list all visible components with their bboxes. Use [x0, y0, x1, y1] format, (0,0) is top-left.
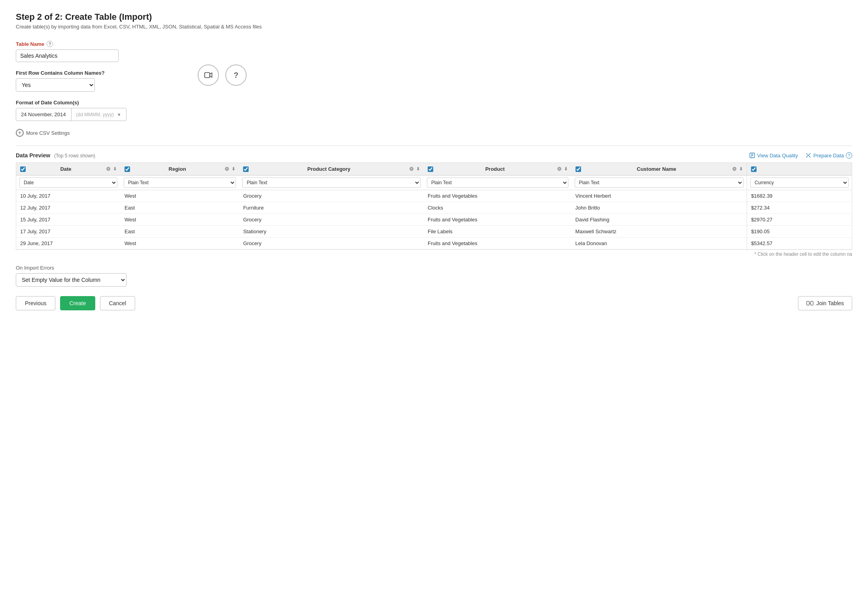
- table-row: 17 July, 2017EastStationeryFile LabelsMa…: [16, 226, 852, 238]
- video-button[interactable]: [198, 64, 219, 86]
- table-cell: $2970.27: [747, 214, 852, 226]
- col-checkbox-customer-name[interactable]: [576, 166, 581, 172]
- col-gear-product[interactable]: ⚙: [557, 166, 562, 172]
- help-icon: ?: [234, 71, 238, 80]
- data-preview-table-wrapper: Date ⚙ ⬇ Region ⚙ ⬇: [16, 162, 852, 250]
- col-sort-date[interactable]: ⬇: [113, 166, 117, 172]
- svg-rect-0: [205, 73, 210, 78]
- type-select-customer-name[interactable]: Plain Text Date Currency: [575, 178, 744, 188]
- bottom-actions: Previous Create Cancel Join Tables: [16, 296, 852, 310]
- table-footer-note: * Click on the header cell to edit the c…: [16, 251, 852, 257]
- table-row: 15 July, 2017WestGroceryFruits and Veget…: [16, 214, 852, 226]
- page-title: Step 2 of 2: Create Table (Import): [16, 12, 852, 22]
- table-cell: Vincent Herbert: [572, 190, 747, 202]
- preview-body: 10 July, 2017WestGroceryFruits and Veget…: [16, 190, 852, 249]
- join-tables-button[interactable]: Join Tables: [798, 296, 852, 310]
- table-cell: 12 July, 2017: [16, 202, 121, 214]
- data-preview-title: Data Preview: [16, 152, 50, 159]
- col-header-product[interactable]: Product ⚙ ⬇: [424, 163, 572, 176]
- col-header-date[interactable]: Date ⚙ ⬇: [16, 163, 121, 176]
- view-data-quality-link[interactable]: View Data Quality: [749, 152, 798, 159]
- video-icon: [204, 71, 213, 79]
- more-settings-plus-icon: +: [16, 129, 24, 137]
- join-tables-icon: [806, 300, 813, 306]
- table-cell: Fruits and Vegetables: [424, 214, 572, 226]
- date-format-dropdown-arrow: ▼: [117, 112, 121, 117]
- table-name-help-icon[interactable]: ?: [47, 41, 53, 47]
- type-select-date[interactable]: Date Plain Text Currency: [19, 178, 117, 188]
- first-row-label: First Row Contains Column Names?: [16, 70, 182, 76]
- date-format-hint: (dd MMMM, yyyy) ▼: [71, 108, 126, 121]
- table-name-input[interactable]: [16, 49, 119, 62]
- type-header-customer-name[interactable]: Plain Text Date Currency: [572, 176, 747, 190]
- table-cell: 10 July, 2017: [16, 190, 121, 202]
- col-checkbox-product[interactable]: [428, 166, 433, 172]
- prepare-data-icon: [805, 152, 811, 159]
- table-name-label: Table Name ?: [16, 41, 182, 47]
- on-import-select[interactable]: Set Empty Value for the Column Skip the …: [16, 273, 126, 287]
- type-header-region[interactable]: Plain Text Date Currency: [121, 176, 239, 190]
- table-row: 29 June, 2017WestGroceryFruits and Veget…: [16, 238, 852, 249]
- table-cell: Grocery: [239, 190, 424, 202]
- date-format-label: Format of Date Column(s): [16, 100, 182, 106]
- table-cell: File Labels: [424, 226, 572, 238]
- video-help-section: ?: [198, 41, 247, 86]
- table-cell: East: [121, 226, 239, 238]
- table-name-group: Table Name ?: [16, 41, 182, 62]
- data-preview-subtitle: (Top 5 rows shown): [54, 153, 95, 159]
- table-cell: $5342.57: [747, 238, 852, 249]
- col-gear-product-category[interactable]: ⚙: [409, 166, 414, 172]
- type-select-region[interactable]: Plain Text Date Currency: [124, 178, 236, 188]
- col-checkbox-region[interactable]: [125, 166, 130, 172]
- prepare-data-help-icon[interactable]: ?: [846, 152, 852, 159]
- table-cell: Clocks: [424, 202, 572, 214]
- col-gear-region[interactable]: ⚙: [225, 166, 229, 172]
- table-cell: $190.05: [747, 226, 852, 238]
- cancel-button[interactable]: Cancel: [100, 296, 136, 310]
- col-sort-customer-name[interactable]: ⬇: [739, 166, 743, 172]
- col-gear-customer-name[interactable]: ⚙: [732, 166, 737, 172]
- type-select-product[interactable]: Plain Text Date Currency: [427, 178, 568, 188]
- type-select-currency[interactable]: Currency Plain Text Date: [750, 178, 849, 188]
- type-header-product[interactable]: Plain Text Date Currency: [424, 176, 572, 190]
- col-sort-region[interactable]: ⬇: [232, 166, 235, 172]
- col-sort-product-category[interactable]: ⬇: [416, 166, 420, 172]
- type-header-product-category[interactable]: Plain Text Date Currency: [239, 176, 424, 190]
- col-checkbox-product-category[interactable]: [243, 166, 249, 172]
- type-select-product-category[interactable]: Plain Text Date Currency: [242, 178, 421, 188]
- col-gear-date[interactable]: ⚙: [106, 166, 111, 172]
- column-header-row: Date ⚙ ⬇ Region ⚙ ⬇: [16, 163, 852, 176]
- preview-actions: View Data Quality Prepare Data ?: [749, 152, 852, 159]
- type-header-date[interactable]: Date Plain Text Currency: [16, 176, 121, 190]
- col-header-product-category[interactable]: Product Category ⚙ ⬇: [239, 163, 424, 176]
- col-header-customer-name[interactable]: Customer Name ⚙ ⬇: [572, 163, 747, 176]
- column-type-row: Date Plain Text Currency Plain Text Date…: [16, 176, 852, 190]
- table-cell: 29 June, 2017: [16, 238, 121, 249]
- create-button[interactable]: Create: [60, 296, 95, 310]
- table-cell: Stationery: [239, 226, 424, 238]
- date-format-box[interactable]: 24 November, 2014 (dd MMMM, yyyy) ▼: [16, 108, 126, 121]
- help-button[interactable]: ?: [225, 64, 247, 86]
- previous-button[interactable]: Previous: [16, 296, 55, 310]
- col-checkbox-date[interactable]: [20, 166, 26, 172]
- type-header-currency[interactable]: Currency Plain Text Date: [747, 176, 852, 190]
- on-import-label: On Import Errors: [16, 265, 852, 271]
- table-cell: East: [121, 202, 239, 214]
- table-cell: David Flashing: [572, 214, 747, 226]
- col-header-currency[interactable]: [747, 163, 852, 176]
- col-checkbox-currency[interactable]: [751, 166, 757, 172]
- data-preview-table: Date ⚙ ⬇ Region ⚙ ⬇: [16, 163, 852, 249]
- col-sort-product[interactable]: ⬇: [564, 166, 568, 172]
- on-import-section: On Import Errors Set Empty Value for the…: [16, 265, 852, 287]
- table-cell: John Britto: [572, 202, 747, 214]
- table-cell: Furniture: [239, 202, 424, 214]
- table-cell: Grocery: [239, 214, 424, 226]
- more-csv-settings[interactable]: + More CSV Settings: [16, 129, 182, 137]
- table-row: 12 July, 2017EastFurnitureClocksJohn Bri…: [16, 202, 852, 214]
- first-row-select[interactable]: Yes No: [16, 78, 95, 92]
- prepare-data-link[interactable]: Prepare Data ?: [805, 152, 852, 159]
- col-header-region[interactable]: Region ⚙ ⬇: [121, 163, 239, 176]
- date-format-display: 24 November, 2014: [16, 108, 71, 121]
- join-tables-label: Join Tables: [816, 300, 844, 306]
- svg-rect-4: [811, 301, 813, 305]
